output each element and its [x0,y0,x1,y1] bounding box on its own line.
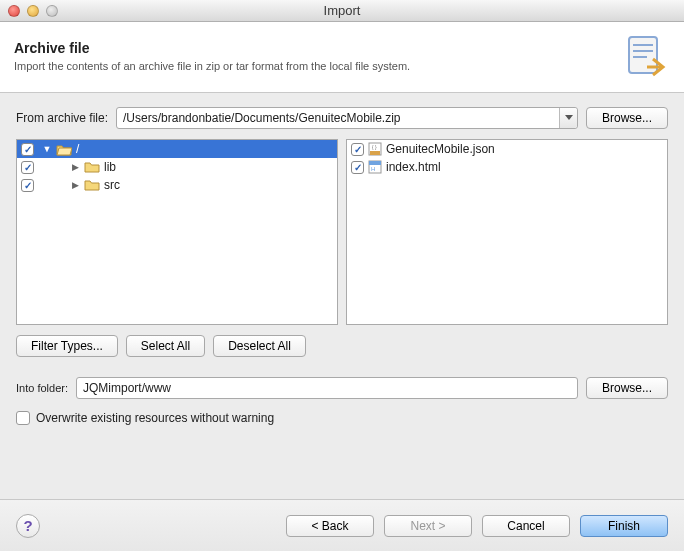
folder-icon [84,179,100,191]
into-folder-value: JQMimport/www [83,381,171,395]
content-panes: ▼ / ▶ lib ▶ [16,139,668,325]
deselect-all-button[interactable]: Deselect All [213,335,306,357]
tree-src-checkbox[interactable] [21,179,34,192]
chevron-down-icon[interactable] [559,108,577,128]
file-item-html[interactable]: H index.html [347,158,667,176]
page-title: Archive file [14,40,608,56]
help-button[interactable]: ? [16,514,40,538]
file-item-label: index.html [386,160,441,174]
archive-path-value: /Users/brandonbatie/Documents/GenuitecMo… [123,111,400,125]
titlebar: Import [0,0,684,22]
archive-label: From archive file: [16,111,108,125]
disclosure-down-icon[interactable]: ▼ [42,144,52,154]
file-list-pane[interactable]: { } GenuitecMobile.json H index.html [346,139,668,325]
folder-icon [84,161,100,173]
svg-text:{ }: { } [372,144,377,150]
folder-tree-pane[interactable]: ▼ / ▶ lib ▶ [16,139,338,325]
tree-root[interactable]: ▼ / [17,140,337,158]
browse-into-button[interactable]: Browse... [586,377,668,399]
import-banner-icon [622,32,670,80]
disclosure-right-icon[interactable]: ▶ [70,162,80,172]
svg-rect-2 [370,151,380,155]
page-subtitle: Import the contents of an archive file i… [14,60,608,72]
filter-types-button[interactable]: Filter Types... [16,335,118,357]
selection-buttons: Filter Types... Select All Deselect All [16,335,668,357]
tree-root-label: / [76,142,79,156]
file-json-checkbox[interactable] [351,143,364,156]
tree-root-checkbox[interactable] [21,143,34,156]
back-button[interactable]: < Back [286,515,374,537]
into-folder-row: Into folder: JQMimport/www Browse... [16,377,668,399]
into-folder-label: Into folder: [16,382,68,394]
wizard-body: From archive file: /Users/brandonbatie/D… [0,93,684,439]
overwrite-checkbox[interactable] [16,411,30,425]
file-item-json[interactable]: { } GenuitecMobile.json [347,140,667,158]
overwrite-label: Overwrite existing resources without war… [36,411,274,425]
browse-archive-button[interactable]: Browse... [586,107,668,129]
wizard-header: Archive file Import the contents of an a… [0,22,684,93]
cancel-button[interactable]: Cancel [482,515,570,537]
overwrite-row[interactable]: Overwrite existing resources without war… [16,411,668,425]
wizard-footer: ? < Back Next > Cancel Finish [0,499,684,551]
html-file-icon: H [368,160,382,174]
select-all-button[interactable]: Select All [126,335,205,357]
json-file-icon: { } [368,142,382,156]
window-title: Import [0,3,684,18]
tree-item-label: lib [104,160,116,174]
folder-open-icon [56,143,72,156]
next-button: Next > [384,515,472,537]
finish-button[interactable]: Finish [580,515,668,537]
into-folder-field[interactable]: JQMimport/www [76,377,578,399]
tree-item-lib[interactable]: ▶ lib [17,158,337,176]
file-html-checkbox[interactable] [351,161,364,174]
svg-rect-5 [369,161,381,165]
tree-lib-checkbox[interactable] [21,161,34,174]
disclosure-right-icon[interactable]: ▶ [70,180,80,190]
archive-path-combo[interactable]: /Users/brandonbatie/Documents/GenuitecMo… [116,107,578,129]
file-item-label: GenuitecMobile.json [386,142,495,156]
svg-text:H: H [371,166,375,172]
tree-item-src[interactable]: ▶ src [17,176,337,194]
archive-row: From archive file: /Users/brandonbatie/D… [16,107,668,129]
tree-item-label: src [104,178,120,192]
